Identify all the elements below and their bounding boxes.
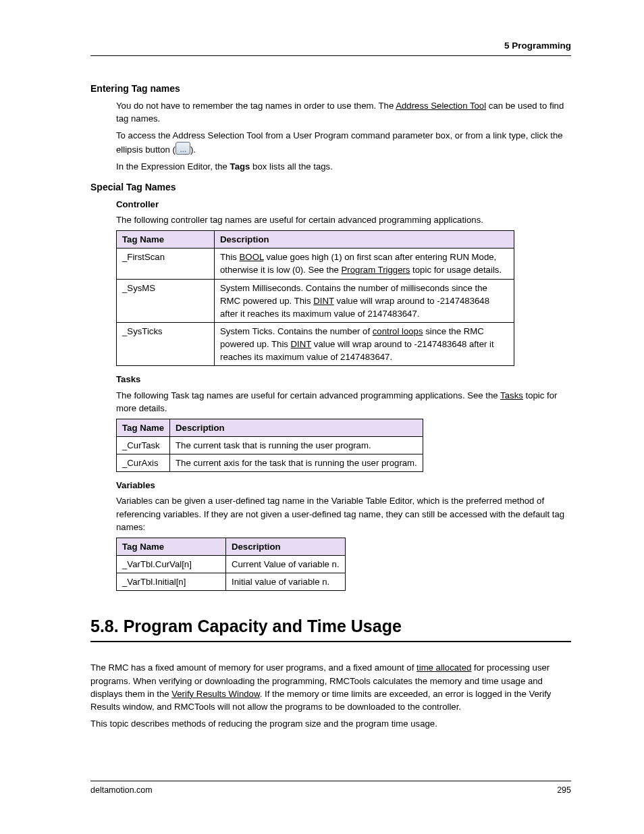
cell-tag: _SysTicks: [117, 322, 215, 365]
link-program-triggers[interactable]: Program Triggers: [342, 265, 410, 275]
heading-controller: Controller: [116, 198, 571, 211]
th-tag-name: Tag Name: [117, 538, 226, 555]
section-rule: [90, 641, 571, 642]
table-row: _SysMS System Milliseconds. Contains the…: [117, 279, 514, 322]
link-control-loops[interactable]: control loops: [373, 326, 423, 336]
cell-tag: _CurAxis: [117, 454, 170, 472]
link-bool[interactable]: BOOL: [240, 252, 264, 262]
th-description: Description: [170, 419, 423, 436]
cell-desc: The current axis for the task that is ru…: [170, 454, 423, 472]
table-header-row: Tag Name Description: [117, 231, 514, 249]
cell-desc: System Milliseconds. Contains the number…: [215, 279, 514, 322]
para: This topic describes methods of reducing…: [90, 717, 571, 730]
link-time-allocated[interactable]: time allocated: [417, 662, 471, 673]
table-header-row: Tag Name Description: [117, 538, 346, 555]
heading-tasks: Tasks: [116, 373, 571, 386]
cell-tag: _CurTask: [117, 436, 170, 454]
cell-desc: The current task that is running the use…: [170, 436, 423, 454]
footer-site: deltamotion.com: [90, 784, 153, 796]
para: The RMC has a fixed amount of memory for…: [90, 661, 571, 713]
table-row: _VarTbl.Initial[n] Initial value of vari…: [117, 573, 346, 591]
table-row: _SysTicks System Ticks. Contains the num…: [117, 322, 514, 365]
table-task-tags: Tag Name Description _CurTask The curren…: [116, 419, 423, 472]
link-address-selection-tool[interactable]: Address Selection Tool: [396, 101, 486, 111]
cell-tag: _VarTbl.Initial[n]: [117, 573, 226, 591]
table-controller-tags: Tag Name Description _FirstScan This BOO…: [116, 230, 514, 366]
th-tag-name: Tag Name: [117, 231, 215, 249]
table-row: _VarTbl.CurVal[n] Current Value of varia…: [117, 555, 346, 573]
cell-desc: Current Value of variable n.: [226, 555, 346, 573]
table-row: _CurAxis The current axis for the task t…: [117, 454, 423, 472]
link-tasks[interactable]: Tasks: [500, 390, 523, 400]
th-description: Description: [226, 538, 346, 555]
heading-special-tag-names: Special Tag Names: [90, 180, 571, 194]
cell-desc: Initial value of variable n.: [226, 573, 346, 591]
heading-entering-tag-names: Entering Tag names: [90, 82, 571, 95]
table-variable-tags: Tag Name Description _VarTbl.CurVal[n] C…: [116, 538, 346, 591]
table-header-row: Tag Name Description: [117, 419, 423, 436]
th-description: Description: [215, 231, 514, 249]
chapter-label: 5 Programming: [504, 41, 571, 51]
cell-desc: System Ticks. Contains the number of con…: [215, 322, 514, 365]
heading-variables: Variables: [116, 479, 571, 492]
para: To access the Address Selection Tool fro…: [116, 129, 571, 156]
ellipsis-button-icon: [176, 142, 190, 155]
link-dint[interactable]: DINT: [291, 339, 312, 349]
para: You do not have to remember the tag name…: [116, 99, 571, 125]
footer-page-number: 295: [557, 784, 571, 796]
para: In the Expression Editor, the Tags box l…: [116, 160, 571, 173]
para: Variables can be given a user-defined ta…: [116, 494, 571, 533]
cell-desc: This BOOL value goes high (1) on first s…: [215, 249, 514, 279]
link-verify-results-window[interactable]: Verify Results Window: [171, 689, 259, 699]
para: The following Task tag names are useful …: [116, 389, 571, 415]
cell-tag: _FirstScan: [117, 249, 215, 279]
page-footer: deltamotion.com 295: [90, 781, 571, 796]
table-row: _FirstScan This BOOL value goes high (1)…: [117, 249, 514, 279]
cell-tag: _VarTbl.CurVal[n]: [117, 555, 226, 573]
th-tag-name: Tag Name: [117, 419, 170, 436]
table-row: _CurTask The current task that is runnin…: [117, 436, 423, 454]
heading-5-8: 5.8. Program Capacity and Time Usage: [90, 614, 571, 638]
page-header: 5 Programming: [90, 39, 571, 56]
cell-tag: _SysMS: [117, 279, 215, 322]
link-dint[interactable]: DINT: [313, 296, 334, 306]
para: The following controller tag names are u…: [116, 213, 571, 226]
